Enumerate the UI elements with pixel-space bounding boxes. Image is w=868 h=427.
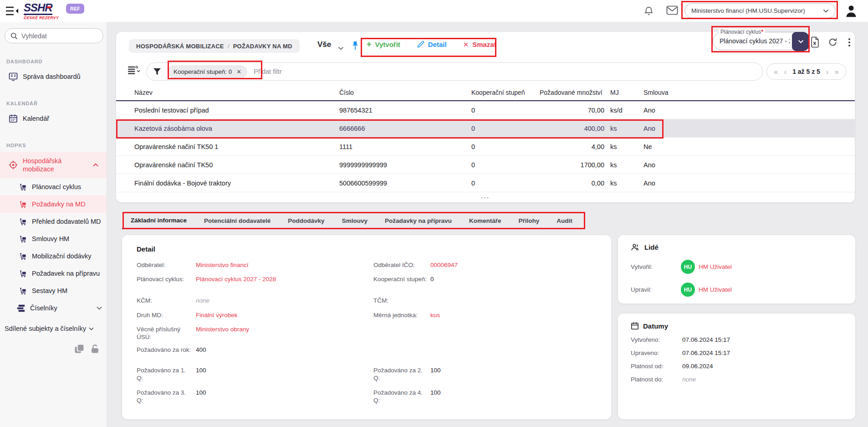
field-label: Platnost od: <box>631 363 682 370</box>
column-header-mj[interactable]: MJ <box>610 89 638 96</box>
sidebar-item-sprava-dashboardu[interactable]: Správa dashboardů <box>0 68 107 85</box>
cell-mnozstvi: 70,00 <box>540 107 604 114</box>
tab-smlouvy[interactable]: Smlouvy <box>333 212 376 229</box>
sidebar-item-mobilizacni-dodavky[interactable]: Mobilizační dodávky <box>0 247 107 265</box>
search-input[interactable] <box>21 32 90 40</box>
list-server-icon <box>16 304 26 312</box>
detail-button[interactable]: Detail <box>417 41 447 48</box>
chevron-down-icon[interactable] <box>338 44 344 52</box>
messages-button[interactable] <box>666 5 678 17</box>
detail-row: Požadováno za 3. Q:100 Požadováno za 4. … <box>137 389 597 411</box>
cell-cislo: 987654321 <box>339 107 471 114</box>
view-filter-select[interactable]: Vše <box>317 40 331 49</box>
filter-funnel-icon[interactable] <box>153 68 161 76</box>
cell-stupen: 0 <box>471 180 540 187</box>
tab-komentare[interactable]: Komentáře <box>460 212 510 229</box>
cell-nazev: Kazetová zásobárna olova <box>116 125 339 132</box>
export-button[interactable] <box>810 36 820 48</box>
field-value-link[interactable]: kus <box>430 311 440 319</box>
table-row-selected[interactable]: Kazetová zásobárna olova 6666666 0 400,0… <box>116 119 855 138</box>
planning-cycle-dropdown-button[interactable] <box>792 32 809 51</box>
filter-bar: Kooperační stupeň: 0 ✕ <box>146 62 763 81</box>
pin-button[interactable] <box>352 41 358 53</box>
search-icon <box>10 32 18 40</box>
user-avatar[interactable] <box>844 4 858 20</box>
column-settings-button[interactable] <box>128 66 140 77</box>
field-label: Druh MD: <box>137 311 196 319</box>
user-avatar-badge: HU <box>681 260 695 274</box>
prev-page-button[interactable]: ‹ <box>784 68 786 76</box>
pagination-label: 1 až 5 z 5 <box>792 68 820 75</box>
chip-close-icon[interactable]: ✕ <box>236 68 241 75</box>
filter-chip-label: Kooperační stupeň: 0 <box>174 68 232 75</box>
field-value-link[interactable]: 00006947 <box>430 261 458 269</box>
table-row[interactable]: Opravárenské načiní TK50 9999999999999 0… <box>116 156 855 174</box>
sidebar-item-label: Požadavek na přípravu <box>32 270 100 277</box>
column-header-smlouva[interactable]: Smlouva <box>643 89 698 96</box>
add-filter-input[interactable] <box>254 68 756 75</box>
tab-poddodavky[interactable]: Poddodávky <box>279 212 333 229</box>
table-row[interactable]: Poslední testovací případ 987654321 0 70… <box>116 101 855 119</box>
table-row[interactable]: Finální dodávka - Bojové traktory 500660… <box>116 174 855 192</box>
requests-table-card: HOSPODÁŘSKÁ MOBILIZACE / POŽADAVKY NA MD… <box>116 32 855 202</box>
field-value-link[interactable]: Ministerstvo obrany <box>196 325 249 333</box>
table-row[interactable]: Opravárenské načiní TK50 1 1111 0 4,00 k… <box>116 138 855 156</box>
cell-cislo: 1111 <box>339 143 471 150</box>
cart-icon <box>18 218 27 226</box>
cell-smlouva: Ano <box>643 180 698 187</box>
planning-cycle-select[interactable]: Plánovací cyklus* Plánovací cyklus 2027 … <box>713 32 809 50</box>
sidebar-item-ciselniky[interactable]: Číselníky <box>0 299 107 317</box>
sidebar-item-pozadavek-na-pripravu[interactable]: Požadavek na přípravu <box>0 265 107 282</box>
next-page-button[interactable]: › <box>826 68 829 76</box>
column-header-pozadovane-mnozstvi[interactable]: Požadované množství <box>540 89 604 96</box>
last-page-button[interactable]: » <box>835 68 839 76</box>
tab-zakladni-informace[interactable]: Základní informace <box>122 212 195 229</box>
field-value-link[interactable]: Ministerstvo financí <box>196 261 249 269</box>
column-header-kooperacni-stupen[interactable]: Kooperační stupeň <box>471 89 540 96</box>
tab-audit[interactable]: Audit <box>548 212 581 229</box>
field-value-link[interactable]: Finální výrobek <box>196 311 238 319</box>
create-button[interactable]: + Vytvořit <box>367 40 400 48</box>
chevron-down-icon <box>798 40 804 43</box>
sidebar-item-label: Správa dashboardů <box>23 73 81 80</box>
filter-chip[interactable]: Kooperační stupeň: 0 ✕ <box>168 65 247 78</box>
user-link[interactable]: HM Uživatel <box>699 263 732 270</box>
tab-prilohy[interactable]: Přílohy <box>510 212 548 229</box>
sidebar-item-smlouvy-hm[interactable]: Smlouvy HM <box>0 230 107 247</box>
tab-potencialni-dodavatele[interactable]: Potenciální dodavatelé <box>195 212 279 229</box>
user-link[interactable]: HM Uživatel <box>699 286 732 293</box>
more-options-button[interactable] <box>846 37 853 47</box>
unlock-button[interactable] <box>91 344 99 355</box>
field-value-link[interactable]: Plánovací cyklus 2027 - 2028 <box>196 275 276 283</box>
cart-icon <box>18 270 27 278</box>
sidebar-item-planovaci-cyklus[interactable]: Plánovací cyklus <box>0 178 107 195</box>
sidebar-item-pozadavky-na-md[interactable]: Požadavky na MD <box>0 195 107 213</box>
people-title: Lidé <box>644 243 659 251</box>
section-label-hopks: HOPKS <box>6 143 107 148</box>
detail-row: Odběratel:Ministerstvo financí Odběratel… <box>137 261 597 275</box>
first-page-button[interactable]: « <box>774 68 778 76</box>
sidebar-item-label: Číselníky <box>30 304 57 312</box>
delete-button[interactable]: ✕ Smazat <box>463 41 496 48</box>
planning-cycle-label: Plánovací cyklus* <box>719 29 765 35</box>
column-header-nazev[interactable]: Název <box>116 89 339 96</box>
tab-pozadavky-na-pripravu[interactable]: Požadavky na přípravu <box>376 212 460 229</box>
sidebar-collapse-button[interactable] <box>5 6 19 16</box>
pagination: « ‹ 1 až 5 z 5 › » <box>766 63 846 80</box>
org-select[interactable]: Ministerstvo financí (HM.USU.Supervizor) <box>684 3 836 18</box>
sidebar-item-hospodarska-mobilizace[interactable]: Hospodářská mobilizace <box>0 152 107 178</box>
sidebar-item-sestavy-hm[interactable]: Sestavy HM <box>0 282 107 299</box>
notifications-button[interactable] <box>643 5 654 18</box>
sidebar-item-prehled-dodavatelu-md[interactable]: Přehled dodavatelů MD <box>0 213 107 230</box>
copy-button[interactable] <box>75 344 84 355</box>
refresh-button[interactable] <box>828 37 837 47</box>
sidebar-item-sdilene-subjekty[interactable]: Sdílené subjekty a číselníky <box>5 325 107 332</box>
field-value: 100 <box>430 389 441 396</box>
table-more-button[interactable]: ··· <box>116 192 855 202</box>
cart-icon <box>18 287 27 295</box>
column-header-cislo[interactable]: Číslo <box>339 89 471 96</box>
cell-cislo: 5006600599999 <box>339 180 471 187</box>
date-row: Vytvořeno: 07.06.2024 15:17 <box>631 336 842 343</box>
detail-row: Věcně příslušný ÚSÚ:Ministerstvo obrany <box>137 325 597 346</box>
sidebar-item-kalendar[interactable]: Kalendář <box>0 110 107 127</box>
